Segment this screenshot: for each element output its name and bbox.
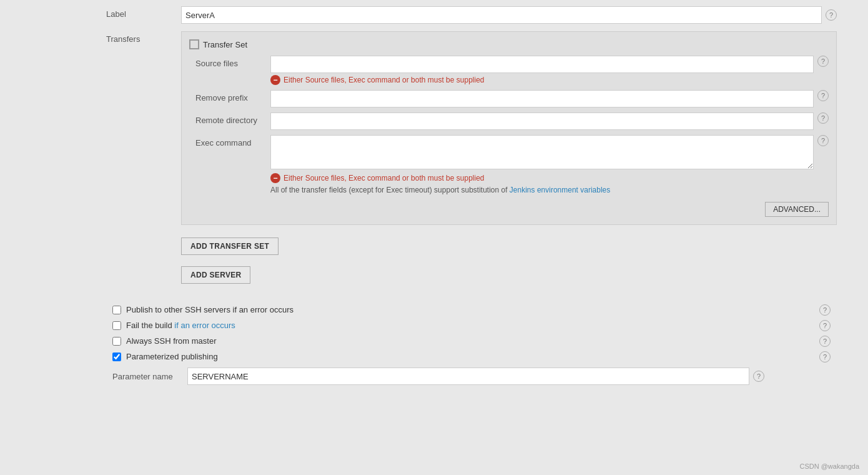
label-help-icon[interactable]: ? — [826, 9, 837, 21]
source-files-help-icon[interactable]: ? — [817, 56, 829, 67]
always-ssh-checkbox[interactable] — [112, 337, 121, 346]
advanced-button[interactable]: ADVANCED... — [765, 202, 829, 217]
remove-prefix-input-wrap — [270, 90, 814, 108]
remove-prefix-label: Remove prefix — [195, 90, 270, 102]
remove-prefix-input[interactable] — [270, 90, 814, 108]
exec-command-error: − Either Source files, Exec command or b… — [270, 173, 814, 183]
source-files-row: Source files − Either Source files, Exec… — [195, 56, 829, 85]
main-content: Label ? Transfers Transfer Se — [100, 0, 868, 475]
fail-build-help-icon[interactable]: ? — [819, 320, 831, 331]
checkboxes-section: Publish to other SSH servers if an error… — [112, 305, 837, 361]
advanced-wrap: ADVANCED... — [195, 199, 829, 217]
parameterized-help-icon[interactable]: ? — [819, 351, 831, 362]
always-ssh-label: Always SSH from master — [126, 336, 216, 346]
form-section: Label ? Transfers Transfer Se — [100, 0, 868, 398]
label-field-wrap: ? — [181, 6, 837, 24]
exec-command-label: Exec command — [195, 135, 270, 148]
add-transfer-set-wrap: ADD TRANSFER SET — [181, 231, 837, 255]
remote-directory-label: Remote directory — [195, 112, 270, 125]
source-files-input-wrap: − Either Source files, Exec command or b… — [270, 56, 814, 85]
transfers-row: Transfers Transfer Set Source files — [106, 31, 837, 255]
fail-build-row: Fail the build if an error occurs ? — [112, 321, 837, 330]
exec-command-input[interactable] — [270, 135, 814, 169]
publish-ssh-checkbox[interactable] — [112, 306, 121, 314]
remote-directory-input[interactable] — [270, 112, 814, 130]
parameterized-label: Parameterized publishing — [126, 352, 218, 361]
fail-build-checkbox[interactable] — [112, 321, 121, 330]
remove-prefix-help-icon[interactable]: ? — [817, 90, 829, 101]
source-files-input[interactable] — [270, 56, 814, 73]
publish-ssh-label: Publish to other SSH servers if an error… — [126, 305, 293, 314]
parameterized-checkbox[interactable] — [112, 352, 121, 361]
exec-command-info: All of the transfer fields (except for E… — [270, 186, 814, 194]
always-ssh-row: Always SSH from master ? — [112, 336, 837, 346]
add-server-wrap: ADD SERVER — [181, 262, 837, 294]
remote-directory-help-icon[interactable]: ? — [817, 112, 829, 124]
add-transfer-set-button[interactable]: ADD TRANSFER SET — [181, 238, 279, 255]
parameter-name-help-icon[interactable]: ? — [753, 371, 764, 382]
exec-command-error-icon: − — [270, 173, 280, 183]
exec-command-row: Exec command − Either Source files, Exec… — [195, 135, 829, 194]
fail-build-link[interactable]: if an error occurs — [174, 321, 235, 330]
remote-directory-input-wrap — [270, 112, 814, 130]
source-files-wrap: − Either Source files, Exec command or b… — [270, 56, 829, 85]
parameter-name-label: Parameter name — [112, 372, 187, 381]
label-input[interactable] — [181, 6, 822, 24]
source-files-error-icon: − — [270, 75, 280, 85]
publish-ssh-row: Publish to other SSH servers if an error… — [112, 305, 837, 314]
transfers-section: Transfer Set Source files — [181, 31, 837, 225]
source-files-error: − Either Source files, Exec command or b… — [270, 75, 814, 85]
transfer-set-header: Transfer Set — [189, 39, 829, 49]
watermark: CSDN @wakangda — [799, 462, 859, 470]
exec-command-wrap: − Either Source files, Exec command or b… — [270, 135, 829, 194]
exec-command-input-wrap: − Either Source files, Exec command or b… — [270, 135, 814, 194]
exec-command-help-icon[interactable]: ? — [817, 135, 829, 146]
parameter-name-input[interactable] — [187, 368, 749, 385]
transfer-set-label: Transfer Set — [203, 40, 247, 49]
publish-ssh-help-icon[interactable]: ? — [819, 304, 831, 316]
transfer-set-icon — [189, 39, 199, 49]
transfer-inner: Source files − Either Source files, Exec… — [189, 56, 829, 217]
parameter-name-row: Parameter name ? — [112, 368, 837, 385]
remote-directory-row: Remote directory ? — [195, 112, 829, 130]
label-row: Label ? — [106, 6, 837, 24]
label-field-label: Label — [106, 6, 181, 19]
jenkins-env-vars-link[interactable]: Jenkins environment variables — [510, 186, 610, 194]
add-server-button[interactable]: ADD SERVER — [181, 266, 250, 284]
transfers-wrap: Transfer Set Source files — [181, 31, 837, 255]
remote-directory-wrap: ? — [270, 112, 829, 130]
remove-prefix-wrap: ? — [270, 90, 829, 108]
always-ssh-help-icon[interactable]: ? — [819, 336, 831, 347]
remove-prefix-row: Remove prefix ? — [195, 90, 829, 108]
transfers-label: Transfers — [106, 31, 181, 44]
page-container: Label ? Transfers Transfer Se — [0, 0, 868, 475]
parameterized-row: Parameterized publishing ? — [112, 352, 837, 361]
source-files-label: Source files — [195, 56, 270, 68]
fail-build-label: Fail the build if an error occurs — [126, 321, 235, 330]
